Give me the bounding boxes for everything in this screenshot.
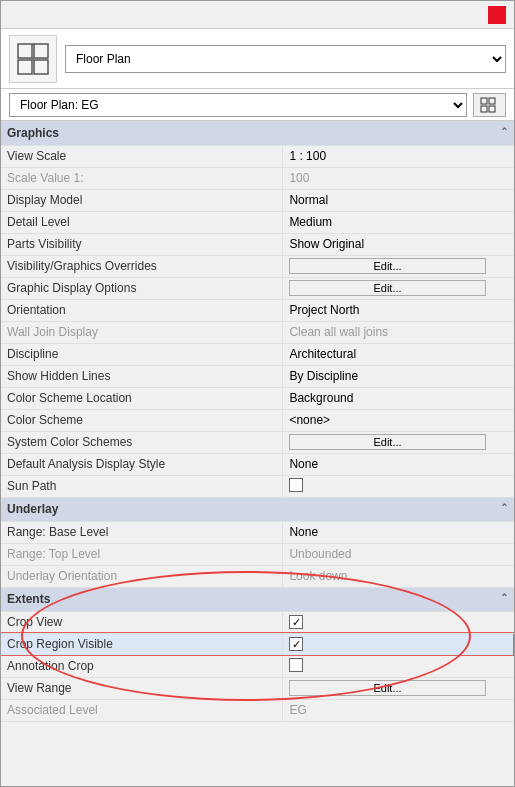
edit-button[interactable]: Edit...: [289, 680, 485, 696]
property-value[interactable]: Edit...: [283, 255, 514, 277]
svg-rect-2: [18, 60, 32, 74]
property-name: View Scale: [1, 145, 283, 167]
svg-rect-0: [18, 44, 32, 58]
property-name: System Color Schemes: [1, 431, 283, 453]
section-collapse-icon[interactable]: ⌃: [500, 126, 508, 137]
table-row: Range: Base LevelNone: [1, 521, 514, 543]
property-value: Unbounded: [283, 543, 514, 565]
property-value[interactable]: Edit...: [283, 431, 514, 453]
property-name: Color Scheme: [1, 409, 283, 431]
table-row: View RangeEdit...: [1, 677, 514, 699]
property-value: EG: [283, 699, 514, 721]
property-name: Graphic Display Options: [1, 277, 283, 299]
table-row: System Color SchemesEdit...: [1, 431, 514, 453]
property-value: Project North: [283, 299, 514, 321]
table-row: Sun Path: [1, 475, 514, 497]
table-row: View Scale1 : 100: [1, 145, 514, 167]
table-row: Wall Join DisplayClean all wall joins: [1, 321, 514, 343]
property-name: Default Analysis Display Style: [1, 453, 283, 475]
property-value: Architectural: [283, 343, 514, 365]
properties-scroll-area: Graphics ⌃ View Scale1 : 100Scale Value …: [1, 121, 514, 786]
property-name: Annotation Crop: [1, 655, 283, 677]
title-bar: [1, 1, 514, 29]
property-name: Range: Base Level: [1, 521, 283, 543]
property-checkbox[interactable]: [289, 637, 303, 651]
property-name: Wall Join Display: [1, 321, 283, 343]
table-row: Color Scheme<none>: [1, 409, 514, 431]
property-checkbox[interactable]: [289, 615, 303, 629]
table-row: Annotation Crop: [1, 655, 514, 677]
property-name: Crop Region Visible: [1, 633, 283, 655]
property-name: Detail Level: [1, 211, 283, 233]
table-row: Color Scheme LocationBackground: [1, 387, 514, 409]
property-value[interactable]: [283, 633, 514, 655]
property-value[interactable]: Edit...: [283, 677, 514, 699]
header-section: Floor Plan: [1, 29, 514, 89]
edit-button[interactable]: Edit...: [289, 258, 485, 274]
table-row: Underlay OrientationLook down: [1, 565, 514, 587]
property-name: Orientation: [1, 299, 283, 321]
property-value: Background: [283, 387, 514, 409]
section-header-graphics: Graphics ⌃: [1, 121, 514, 145]
table-row: Show Hidden LinesBy Discipline: [1, 365, 514, 387]
table-row: Associated LevelEG: [1, 699, 514, 721]
property-name: Scale Value 1:: [1, 167, 283, 189]
property-name: View Range: [1, 677, 283, 699]
table-row: Display ModelNormal: [1, 189, 514, 211]
svg-rect-9: [481, 106, 487, 112]
property-value: 1 : 100: [283, 145, 514, 167]
property-value: 100: [283, 167, 514, 189]
table-row: Graphic Display OptionsEdit...: [1, 277, 514, 299]
property-name: Show Hidden Lines: [1, 365, 283, 387]
type-selector[interactable]: Floor Plan: [65, 45, 506, 73]
view-selector[interactable]: Floor Plan: EG: [9, 93, 467, 117]
table-row: Default Analysis Display StyleNone: [1, 453, 514, 475]
svg-rect-10: [489, 106, 495, 112]
close-button[interactable]: [488, 6, 506, 24]
floor-plan-icon: [9, 35, 57, 83]
property-value: None: [283, 453, 514, 475]
table-row: Visibility/Graphics OverridesEdit...: [1, 255, 514, 277]
property-value: <none>: [283, 409, 514, 431]
section-header-underlay: Underlay ⌃: [1, 497, 514, 521]
properties-table: Graphics ⌃ View Scale1 : 100Scale Value …: [1, 121, 514, 786]
svg-rect-7: [481, 98, 487, 104]
edit-button[interactable]: Edit...: [289, 434, 485, 450]
table-row: Crop Region Visible: [1, 633, 514, 655]
svg-rect-3: [34, 60, 48, 74]
property-value: Look down: [283, 565, 514, 587]
property-value: By Discipline: [283, 365, 514, 387]
property-value: Clean all wall joins: [283, 321, 514, 343]
property-name: Visibility/Graphics Overrides: [1, 255, 283, 277]
property-name: Sun Path: [1, 475, 283, 497]
table-row: Parts VisibilityShow Original: [1, 233, 514, 255]
floor-plan-svg: [14, 40, 52, 78]
property-name: Display Model: [1, 189, 283, 211]
table-row: DisciplineArchitectural: [1, 343, 514, 365]
section-header-extents: Extents ⌃: [1, 587, 514, 611]
property-value: None: [283, 521, 514, 543]
edit-button[interactable]: Edit...: [289, 280, 485, 296]
property-name: Crop View: [1, 611, 283, 633]
edit-type-icon: [480, 97, 496, 113]
table-row: Crop View: [1, 611, 514, 633]
section-collapse-icon[interactable]: ⌃: [500, 502, 508, 513]
toolbar: Floor Plan: EG: [1, 89, 514, 121]
property-name: Underlay Orientation: [1, 565, 283, 587]
property-value: Medium: [283, 211, 514, 233]
svg-rect-8: [489, 98, 495, 104]
section-collapse-icon[interactable]: ⌃: [500, 592, 508, 603]
property-name: Parts Visibility: [1, 233, 283, 255]
table-row: OrientationProject North: [1, 299, 514, 321]
edit-type-button[interactable]: [473, 93, 506, 117]
property-checkbox[interactable]: [289, 658, 303, 672]
properties-panel: Floor Plan Floor Plan: EG Graphics ⌃ Vie…: [0, 0, 515, 787]
property-value[interactable]: [283, 611, 514, 633]
table-row: Range: Top LevelUnbounded: [1, 543, 514, 565]
table-row: Detail LevelMedium: [1, 211, 514, 233]
property-value[interactable]: Edit...: [283, 277, 514, 299]
property-name: Discipline: [1, 343, 283, 365]
property-value[interactable]: [283, 655, 514, 677]
property-value[interactable]: [283, 475, 514, 497]
property-checkbox[interactable]: [289, 478, 303, 492]
